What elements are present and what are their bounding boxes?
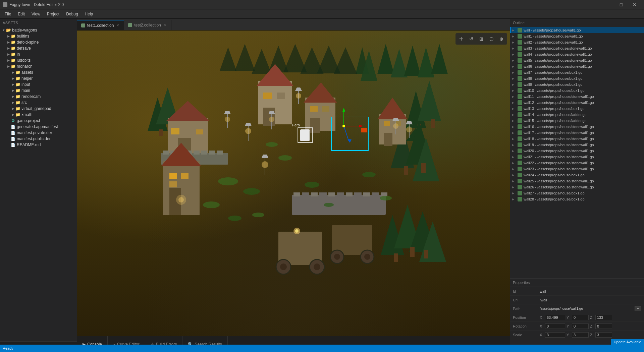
- menu-item-view[interactable]: View: [28, 9, 44, 18]
- close-button[interactable]: ✕: [628, 0, 641, 9]
- outline-file-icon: [518, 179, 522, 183]
- outline-item[interactable]: wall10 - /assets/props/house/box1.go: [510, 87, 644, 94]
- update-available-bar[interactable]: Update Available: [611, 339, 644, 345]
- outline-item[interactable]: wall23 - /assets/props/house/stonewall1.…: [510, 166, 644, 172]
- outline-item[interactable]: wall5 - /assets/props/house/stonewall1.g…: [510, 57, 644, 63]
- outline-item[interactable]: wall19 - /assets/props/house/stonewall1.…: [510, 142, 644, 148]
- tree-item-defsave[interactable]: ▶📁defsave: [0, 45, 77, 51]
- tree-item-manifest-private[interactable]: 📄manifest.private.der: [0, 130, 77, 136]
- editor-tab-test2[interactable]: test2.collection✕: [124, 20, 171, 30]
- scale-z-input[interactable]: [595, 332, 612, 338]
- outline-item[interactable]: wall21 - /assets/props/house/stonewall1.…: [510, 154, 644, 160]
- tree-item-input[interactable]: ▶📁input: [0, 81, 77, 87]
- tree-item-helper[interactable]: ▶📁helper: [0, 75, 77, 81]
- outline-item[interactable]: wall20 - /assets/props/house/stonewall1.…: [510, 148, 644, 154]
- tree-item-defold-spine[interactable]: ▶📁defold-spine: [0, 39, 77, 45]
- outline-item[interactable]: wall25 - /assets/props/house/stonewall1.…: [510, 178, 644, 184]
- menu-item-help[interactable]: Help: [82, 9, 97, 18]
- svg-point-138: [324, 203, 334, 207]
- tree-item-src[interactable]: ▶📁src: [0, 100, 77, 106]
- pos-x-input[interactable]: [545, 315, 565, 320]
- tree-item-assets[interactable]: ▶📁assets: [0, 69, 77, 75]
- svg-point-100: [262, 161, 268, 168]
- select-tool[interactable]: ⬡: [487, 34, 496, 44]
- tree-item-readme[interactable]: 📄README.md: [0, 142, 77, 148]
- tab-close-test1[interactable]: ✕: [116, 23, 120, 28]
- tree-item-builtins[interactable]: ▶📁builtins: [0, 33, 77, 39]
- prop-url-label: Url: [513, 298, 540, 302]
- tree-item-rendercam[interactable]: ▶📁rendercam: [0, 94, 77, 100]
- outline-item[interactable]: wall16 - /assets/props/house/stonewall1.…: [510, 124, 644, 130]
- tree-label-manifest-public: manifest.public.der: [17, 136, 51, 141]
- tree-item-generated-appmanifest[interactable]: 📄generated.appmanifest: [0, 124, 77, 130]
- outline-label: wall20 - /assets/props/house/stonewall1.…: [524, 149, 643, 153]
- rot-z-input[interactable]: [595, 324, 612, 329]
- translate-tool[interactable]: ✛: [457, 34, 466, 44]
- outline-item[interactable]: wall13 - /assets/props/house/box1.go: [510, 106, 644, 112]
- tab-close-test2[interactable]: ✕: [163, 23, 167, 28]
- tree-icon-manifest-private: 📄: [11, 130, 15, 135]
- tree-item-manifest-public[interactable]: 📄manifest.public.der: [0, 136, 77, 142]
- pos-y-input[interactable]: [572, 315, 589, 320]
- editor-tab-test1[interactable]: test1.collection✕: [77, 20, 124, 30]
- outline-item[interactable]: wall1 - /assets/props/house/wall1.go: [510, 33, 644, 39]
- rot-x-input[interactable]: [545, 324, 565, 329]
- outline-item[interactable]: wall8 - /assets/props/house/box1.go: [510, 75, 644, 81]
- outline-item[interactable]: wall14 - /assets/props/house/ladder.go: [510, 112, 644, 118]
- prop-path-edit-button[interactable]: +: [635, 306, 641, 311]
- outline-item[interactable]: wall17 - /assets/props/house/stonewall1.…: [510, 130, 644, 136]
- menu-item-file[interactable]: File: [1, 9, 14, 18]
- outline-item[interactable]: wall11 - /assets/props/house/stonewall1.…: [510, 94, 644, 100]
- pos-z-input[interactable]: [595, 315, 612, 320]
- rot-y-input[interactable]: [572, 324, 589, 329]
- outline-file-icon: [518, 142, 522, 147]
- outline-item[interactable]: wall3 - /assets/props/house/stonewall1.g…: [510, 45, 644, 51]
- outline-item[interactable]: wall27 - /assets/props/house/box1.go: [510, 190, 644, 196]
- outline-item[interactable]: wall9 - /assets/props/house/box1.go: [510, 81, 644, 87]
- scale-x-input[interactable]: [545, 332, 565, 338]
- outline-item[interactable]: wall7 - /assets/props/house/box1.go: [510, 69, 644, 75]
- tree-item-in[interactable]: ▶📁in: [0, 51, 77, 57]
- tree-item-virtual_gamepad[interactable]: ▶📁virtual_gamepad: [0, 106, 77, 112]
- tree-item-battle-wagons[interactable]: ▼📂battle-wagons: [0, 27, 77, 33]
- outline-item[interactable]: wall4 - /assets/props/house/stonewall1.g…: [510, 51, 644, 57]
- scale-y-input[interactable]: [572, 332, 589, 338]
- outline-item[interactable]: wall15 - /assets/props/house/ladder.go: [510, 118, 644, 124]
- menu-item-project[interactable]: Project: [44, 9, 63, 18]
- outline-item[interactable]: wall22 - /assets/props/house/stonewall1.…: [510, 160, 644, 166]
- tree-item-monarch[interactable]: ▶📁monarch: [0, 63, 77, 69]
- outline-arrow: [512, 83, 516, 86]
- marker-obj: [361, 128, 367, 132]
- outline-item[interactable]: wall28 - /assets/props/house/box1.go: [510, 196, 644, 202]
- menu-item-edit[interactable]: Edit: [14, 9, 28, 18]
- tree-item-game-project[interactable]: ⚙game.project: [0, 118, 77, 124]
- viewport[interactable]: Hero: [77, 31, 510, 336]
- outline-item[interactable]: wall2 - /assets/props/house/wall1.go: [510, 39, 644, 45]
- outline-item[interactable]: wall18 - /assets/props/house/stonewall1.…: [510, 136, 644, 142]
- scale-tool[interactable]: ⊞: [477, 34, 486, 44]
- svg-point-88: [296, 93, 301, 99]
- rotate-tool[interactable]: ↺: [467, 34, 476, 44]
- outline-item[interactable]: wall24 - /assets/props/house/box1.go: [510, 172, 644, 178]
- outline-arrow: [512, 77, 516, 80]
- tree-arrow-assets: ▶: [11, 70, 15, 75]
- menu-item-debug[interactable]: Debug: [63, 9, 81, 18]
- zoom-tool[interactable]: ⊕: [497, 34, 506, 44]
- tree-arrow-in: ▶: [6, 52, 11, 57]
- minimize-button[interactable]: ─: [601, 0, 614, 9]
- svg-point-129: [218, 177, 238, 185]
- tree-icon-in: 📁: [11, 52, 15, 57]
- outline-item[interactable]: wall12 - /assets/props/house/stonewall1.…: [510, 100, 644, 106]
- outline-item[interactable]: wall - /assets/props/house/wall1.go: [510, 27, 644, 33]
- tree-icon-src: 📁: [15, 100, 20, 105]
- maximize-button[interactable]: □: [614, 0, 628, 9]
- outline-item[interactable]: wall6 - /assets/props/house/stonewall1.g…: [510, 63, 644, 69]
- svg-rect-114: [346, 192, 353, 196]
- prop-position-coords: X Y Z: [540, 315, 641, 320]
- outline-arrow: [512, 150, 516, 153]
- tree-item-ludobits[interactable]: ▶📁ludobits: [0, 57, 77, 63]
- stone-walls: [292, 192, 387, 215]
- tree-item-xmath[interactable]: ▶📁xmath: [0, 112, 77, 118]
- tree-item-main[interactable]: ▶📁main: [0, 87, 77, 94]
- outline-item[interactable]: wall26 - /assets/props/house/stonewall1.…: [510, 184, 644, 190]
